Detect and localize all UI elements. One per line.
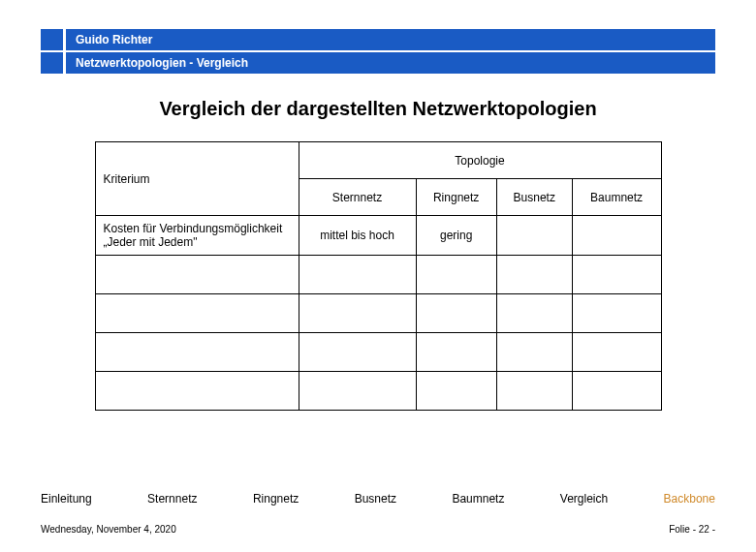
cell-ring: gering — [416, 216, 496, 256]
table-row — [95, 333, 661, 372]
col-ringnetz: Ringnetz — [416, 179, 496, 216]
kriterium-header: Kriterium — [95, 142, 299, 216]
cell-stern: mittel bis hoch — [299, 216, 416, 256]
table-row — [95, 294, 661, 333]
decor-box-bottom — [41, 52, 63, 74]
table-row: Kosten für Verbindungsmöglichkeit „Jeder… — [95, 216, 661, 256]
topologie-header: Topologie — [299, 142, 661, 179]
nav-vergleich[interactable]: Vergleich — [560, 492, 608, 506]
table-header-row-1: Kriterium Topologie — [95, 142, 661, 179]
cell-baum — [572, 216, 661, 256]
table-row — [95, 256, 661, 294]
nav-ringnetz[interactable]: Ringnetz — [253, 492, 299, 506]
table-row — [95, 372, 661, 411]
footer: Wednesday, November 4, 2020 Folie - 22 - — [41, 524, 715, 535]
slide-title: Vergleich der dargestellten Netzwerktopo… — [41, 98, 715, 120]
col-baumnetz: Baumnetz — [572, 179, 661, 216]
col-busnetz: Busnetz — [496, 179, 572, 216]
decor-box-top — [41, 29, 63, 50]
header-block: Guido Richter Netzwerktopologien - Vergl… — [41, 29, 715, 74]
footer-page: Folie - 22 - — [669, 524, 715, 535]
topic-bar: Netzwerktopologien - Vergleich — [66, 52, 715, 74]
nav-einleitung[interactable]: Einleitung — [41, 492, 92, 506]
author-bar: Guido Richter — [66, 29, 715, 50]
col-sternnetz: Sternnetz — [299, 179, 416, 216]
comparison-table: Kriterium Topologie Sternnetz Ringnetz B… — [95, 141, 662, 411]
cell-kriterium: Kosten für Verbindungsmöglichkeit „Jeder… — [95, 216, 299, 256]
nav-bar: Einleitung Sternnetz Ringnetz Busnetz Ba… — [41, 492, 715, 506]
nav-sternnetz[interactable]: Sternnetz — [147, 492, 197, 506]
nav-busnetz[interactable]: Busnetz — [355, 492, 396, 506]
nav-backbone[interactable]: Backbone — [664, 492, 715, 506]
cell-bus — [496, 216, 572, 256]
footer-date: Wednesday, November 4, 2020 — [41, 524, 176, 535]
slide: Guido Richter Netzwerktopologien - Vergl… — [0, 0, 756, 552]
nav-baumnetz[interactable]: Baumnetz — [452, 492, 504, 506]
